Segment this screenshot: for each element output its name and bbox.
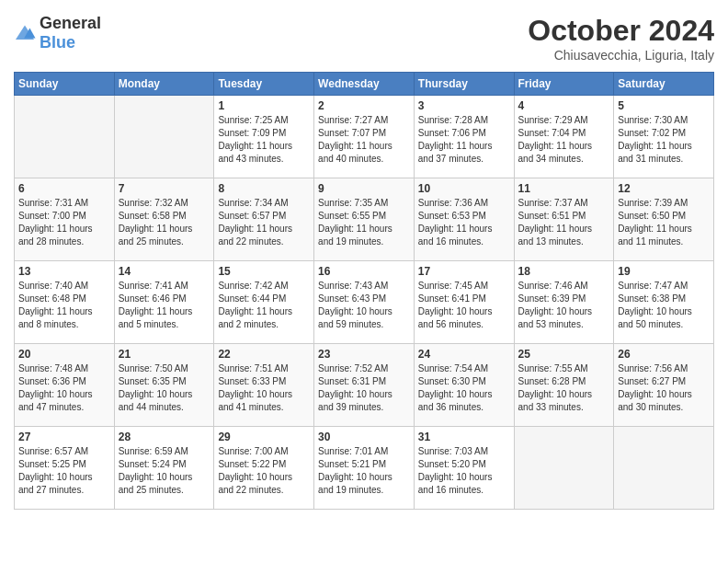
calendar-week-2: 6 Sunrise: 7:31 AM Sunset: 7:00 PM Dayli… xyxy=(15,178,714,261)
logo-blue: Blue xyxy=(40,33,75,52)
day-info: Sunrise: 7:27 AM Sunset: 7:07 PM Dayligh… xyxy=(318,114,410,166)
day-number: 28 xyxy=(119,431,210,443)
calendar-week-4: 20 Sunrise: 7:48 AM Sunset: 6:36 PM Dayl… xyxy=(15,344,714,427)
day-number: 8 xyxy=(218,182,310,195)
day-number: 1 xyxy=(218,99,310,112)
calendar-cell: 2 Sunrise: 7:27 AM Sunset: 7:07 PM Dayli… xyxy=(314,96,415,178)
day-info: Sunrise: 7:51 AM Sunset: 6:33 PM Dayligh… xyxy=(218,362,310,414)
calendar-cell: 19 Sunrise: 7:47 AM Sunset: 6:38 PM Dayl… xyxy=(614,261,714,344)
day-number: 27 xyxy=(18,431,110,443)
day-info: Sunrise: 7:31 AM Sunset: 7:00 PM Dayligh… xyxy=(18,197,110,248)
location-title: Chiusavecchia, Liguria, Italy xyxy=(528,48,714,63)
header-tuesday: Tuesday xyxy=(214,73,314,96)
header-row: Sunday Monday Tuesday Wednesday Thursday… xyxy=(15,73,714,96)
day-info: Sunrise: 7:50 AM Sunset: 6:35 PM Dayligh… xyxy=(119,362,210,414)
day-number: 31 xyxy=(418,431,510,443)
header-saturday: Saturday xyxy=(614,73,714,96)
day-info: Sunrise: 7:39 AM Sunset: 6:50 PM Dayligh… xyxy=(618,197,710,248)
calendar-cell: 7 Sunrise: 7:32 AM Sunset: 6:58 PM Dayli… xyxy=(114,178,214,261)
day-info: Sunrise: 7:00 AM Sunset: 5:22 PM Dayligh… xyxy=(218,445,310,497)
day-number: 13 xyxy=(18,265,110,278)
day-number: 12 xyxy=(618,182,710,195)
calendar-cell xyxy=(614,427,714,510)
calendar-cell: 4 Sunrise: 7:29 AM Sunset: 7:04 PM Dayli… xyxy=(514,96,614,178)
day-number: 16 xyxy=(318,265,410,278)
day-info: Sunrise: 7:25 AM Sunset: 7:09 PM Dayligh… xyxy=(218,114,310,166)
logo-general: General xyxy=(40,14,101,32)
calendar-cell: 8 Sunrise: 7:34 AM Sunset: 6:57 PM Dayli… xyxy=(214,178,314,261)
page-header: General Blue October 2024 Chiusavecchia,… xyxy=(14,14,714,63)
day-number: 29 xyxy=(218,431,310,443)
day-info: Sunrise: 7:42 AM Sunset: 6:44 PM Dayligh… xyxy=(218,280,310,331)
calendar-cell: 17 Sunrise: 7:45 AM Sunset: 6:41 PM Dayl… xyxy=(414,261,514,344)
calendar-cell: 9 Sunrise: 7:35 AM Sunset: 6:55 PM Dayli… xyxy=(314,178,415,261)
day-number: 2 xyxy=(318,99,410,112)
calendar-cell: 18 Sunrise: 7:46 AM Sunset: 6:39 PM Dayl… xyxy=(514,261,614,344)
day-number: 11 xyxy=(518,182,610,195)
calendar-cell: 30 Sunrise: 7:01 AM Sunset: 5:21 PM Dayl… xyxy=(314,427,415,510)
day-info: Sunrise: 7:41 AM Sunset: 6:46 PM Dayligh… xyxy=(119,280,210,331)
day-info: Sunrise: 7:43 AM Sunset: 6:43 PM Dayligh… xyxy=(318,280,410,331)
day-info: Sunrise: 7:54 AM Sunset: 6:30 PM Dayligh… xyxy=(418,362,510,414)
day-number: 22 xyxy=(218,348,310,361)
day-info: Sunrise: 7:48 AM Sunset: 6:36 PM Dayligh… xyxy=(18,362,110,414)
day-number: 10 xyxy=(418,182,510,195)
calendar-cell: 1 Sunrise: 7:25 AM Sunset: 7:09 PM Dayli… xyxy=(214,96,314,178)
day-number: 4 xyxy=(518,99,610,112)
calendar-cell: 5 Sunrise: 7:30 AM Sunset: 7:02 PM Dayli… xyxy=(614,96,714,178)
day-info: Sunrise: 7:03 AM Sunset: 5:20 PM Dayligh… xyxy=(418,445,510,497)
calendar-cell: 14 Sunrise: 7:41 AM Sunset: 6:46 PM Dayl… xyxy=(114,261,214,344)
day-number: 3 xyxy=(418,99,510,112)
day-number: 15 xyxy=(218,265,310,278)
calendar-cell: 25 Sunrise: 7:55 AM Sunset: 6:28 PM Dayl… xyxy=(514,344,614,427)
calendar-cell: 11 Sunrise: 7:37 AM Sunset: 6:51 PM Dayl… xyxy=(514,178,614,261)
calendar-cell: 13 Sunrise: 7:40 AM Sunset: 6:48 PM Dayl… xyxy=(15,261,115,344)
header-thursday: Thursday xyxy=(414,73,514,96)
day-info: Sunrise: 7:45 AM Sunset: 6:41 PM Dayligh… xyxy=(418,280,510,331)
day-number: 21 xyxy=(119,348,210,361)
calendar-cell: 22 Sunrise: 7:51 AM Sunset: 6:33 PM Dayl… xyxy=(214,344,314,427)
day-info: Sunrise: 7:28 AM Sunset: 7:06 PM Dayligh… xyxy=(418,114,510,166)
day-number: 14 xyxy=(119,265,210,278)
calendar-cell: 6 Sunrise: 7:31 AM Sunset: 7:00 PM Dayli… xyxy=(15,178,115,261)
header-wednesday: Wednesday xyxy=(314,73,415,96)
calendar-cell: 26 Sunrise: 7:56 AM Sunset: 6:27 PM Dayl… xyxy=(614,344,714,427)
calendar-cell: 28 Sunrise: 6:59 AM Sunset: 5:24 PM Dayl… xyxy=(114,427,214,510)
calendar-cell: 20 Sunrise: 7:48 AM Sunset: 6:36 PM Dayl… xyxy=(15,344,115,427)
day-number: 25 xyxy=(518,348,610,361)
calendar-week-5: 27 Sunrise: 6:57 AM Sunset: 5:25 PM Dayl… xyxy=(15,427,714,510)
day-info: Sunrise: 7:30 AM Sunset: 7:02 PM Dayligh… xyxy=(618,114,710,166)
header-friday: Friday xyxy=(514,73,614,96)
day-info: Sunrise: 7:52 AM Sunset: 6:31 PM Dayligh… xyxy=(318,362,410,414)
month-title: October 2024 xyxy=(528,14,714,48)
day-number: 18 xyxy=(518,265,610,278)
calendar-cell: 29 Sunrise: 7:00 AM Sunset: 5:22 PM Dayl… xyxy=(214,427,314,510)
day-number: 26 xyxy=(618,348,710,361)
day-info: Sunrise: 7:32 AM Sunset: 6:58 PM Dayligh… xyxy=(119,197,210,248)
day-info: Sunrise: 7:55 AM Sunset: 6:28 PM Dayligh… xyxy=(518,362,610,414)
calendar-cell: 10 Sunrise: 7:36 AM Sunset: 6:53 PM Dayl… xyxy=(414,178,514,261)
calendar-cell: 24 Sunrise: 7:54 AM Sunset: 6:30 PM Dayl… xyxy=(414,344,514,427)
day-info: Sunrise: 7:40 AM Sunset: 6:48 PM Dayligh… xyxy=(18,280,110,331)
day-info: Sunrise: 7:47 AM Sunset: 6:38 PM Dayligh… xyxy=(618,280,710,331)
day-number: 17 xyxy=(418,265,510,278)
day-number: 24 xyxy=(418,348,510,361)
day-info: Sunrise: 7:35 AM Sunset: 6:55 PM Dayligh… xyxy=(318,197,410,248)
calendar-cell: 12 Sunrise: 7:39 AM Sunset: 6:50 PM Dayl… xyxy=(614,178,714,261)
calendar-cell: 27 Sunrise: 6:57 AM Sunset: 5:25 PM Dayl… xyxy=(15,427,115,510)
day-number: 20 xyxy=(18,348,110,361)
calendar-cell xyxy=(514,427,614,510)
calendar-cell: 21 Sunrise: 7:50 AM Sunset: 6:35 PM Dayl… xyxy=(114,344,214,427)
calendar-cell: 16 Sunrise: 7:43 AM Sunset: 6:43 PM Dayl… xyxy=(314,261,415,344)
calendar-table: Sunday Monday Tuesday Wednesday Thursday… xyxy=(14,72,714,510)
day-info: Sunrise: 7:37 AM Sunset: 6:51 PM Dayligh… xyxy=(518,197,610,248)
calendar-cell: 15 Sunrise: 7:42 AM Sunset: 6:44 PM Dayl… xyxy=(214,261,314,344)
day-info: Sunrise: 7:46 AM Sunset: 6:39 PM Dayligh… xyxy=(518,280,610,331)
day-info: Sunrise: 7:29 AM Sunset: 7:04 PM Dayligh… xyxy=(518,114,610,166)
calendar-week-3: 13 Sunrise: 7:40 AM Sunset: 6:48 PM Dayl… xyxy=(15,261,714,344)
calendar-week-1: 1 Sunrise: 7:25 AM Sunset: 7:09 PM Dayli… xyxy=(15,96,714,178)
day-number: 6 xyxy=(18,182,110,195)
day-info: Sunrise: 6:59 AM Sunset: 5:24 PM Dayligh… xyxy=(119,445,210,497)
day-number: 19 xyxy=(618,265,710,278)
day-number: 7 xyxy=(119,182,210,195)
